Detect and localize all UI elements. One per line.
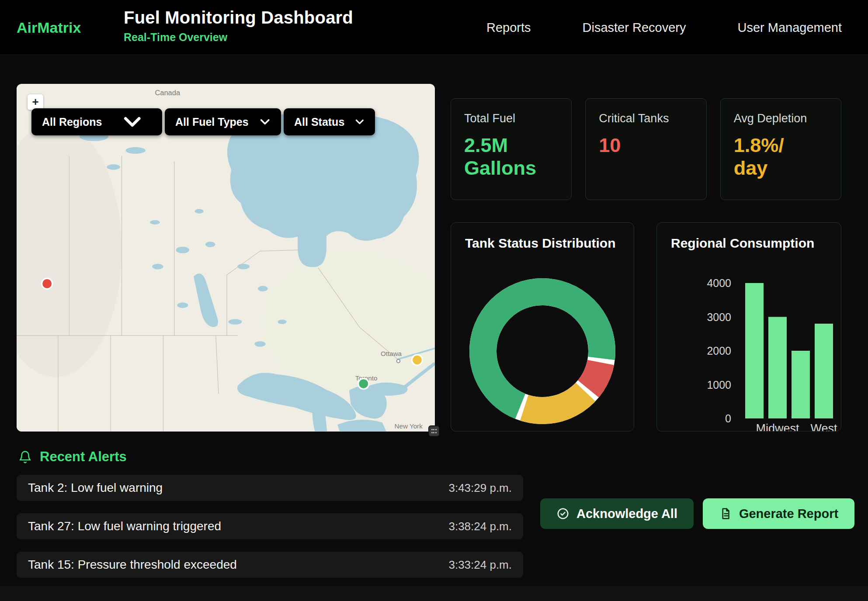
title-block: Fuel Monitoring Dashboard Real-Time Over…: [124, 8, 353, 44]
dashboard-root: AirMatrix Fuel Monitoring Dashboard Real…: [0, 0, 868, 601]
filter-fueltypes-dropdown[interactable]: All Fuel Types: [165, 108, 281, 135]
nav-disaster-recovery[interactable]: Disaster Recovery: [583, 21, 686, 35]
stat-card-avg-depletion: Avg Depletion 1.8%/day: [720, 98, 841, 200]
bar: [792, 351, 810, 418]
stat-value-critical-tanks: 10: [599, 134, 693, 157]
alerts-header: Recent Alerts: [18, 449, 127, 465]
bar: [768, 317, 787, 419]
bar: [815, 324, 833, 418]
stat-card-total-fuel: Total Fuel 2.5M Gallons: [451, 98, 572, 200]
bell-icon: [18, 450, 32, 464]
y-tick-label: 3000: [707, 311, 731, 323]
alert-timestamp: 3:43:29 p.m.: [448, 481, 512, 495]
stats-row: Total Fuel 2.5M Gallons Critical Tanks 1…: [451, 98, 841, 200]
donut-segments: [483, 292, 602, 411]
alert-row[interactable]: Tank 2: Low fuel warning 3:43:29 p.m.: [17, 475, 523, 501]
page-subtitle: Real-Time Overview: [124, 31, 353, 44]
bar-chart-title: Regional Consumption: [671, 236, 827, 251]
chevron-down-icon: [111, 108, 153, 135]
chevron-down-icon: [353, 108, 366, 135]
map-canvas[interactable]: Canada Ottawa Toronto New York + All Reg…: [17, 84, 435, 432]
y-tick-label: 4000: [707, 277, 731, 289]
map-panel: Canada Ottawa Toronto New York + All Reg…: [17, 84, 435, 432]
map-filter-bar: All Regions All Fuel Types All Status: [31, 108, 375, 135]
check-circle-icon: [556, 507, 569, 520]
alerts-heading: Recent Alerts: [40, 449, 127, 465]
nav-reports[interactable]: Reports: [486, 21, 531, 35]
cutoff-panel: [0, 586, 868, 601]
stat-label: Critical Tanks: [599, 112, 693, 125]
filter-fueltypes-value: All Fuel Types: [175, 116, 249, 128]
tank-marker-normal[interactable]: [358, 379, 369, 389]
map-zoom-control: +: [28, 94, 43, 110]
filter-status-dropdown[interactable]: All Status: [284, 108, 375, 135]
alert-row[interactable]: Tank 15: Pressure threshold exceeded 3:3…: [17, 552, 523, 578]
stat-label: Avg Depletion: [734, 112, 828, 125]
resize-handle[interactable]: [428, 425, 440, 437]
acknowledge-all-button[interactable]: Acknowledge All: [540, 498, 694, 529]
ottawa-town-icon: [397, 359, 400, 363]
page-title: Fuel Monitoring Dashboard: [124, 8, 353, 28]
filter-regions-dropdown[interactable]: All Regions: [31, 108, 162, 135]
filter-status-value: All Status: [294, 116, 344, 128]
zoom-in-button[interactable]: +: [28, 94, 43, 110]
report-document-icon: [719, 507, 732, 520]
brand-logo[interactable]: AirMatrix: [17, 0, 81, 55]
nav-user-management[interactable]: User Management: [737, 21, 842, 35]
header: AirMatrix Fuel Monitoring Dashboard Real…: [0, 0, 868, 55]
acknowledge-all-label: Acknowledge All: [576, 507, 677, 521]
generate-report-label: Generate Report: [739, 507, 838, 521]
alert-message: Tank 15: Pressure threshold exceeded: [28, 558, 237, 572]
x-tick-label: West: [810, 422, 837, 432]
label-canada: Canada: [155, 89, 180, 97]
regional-consumption-card: Regional Consumption 01000200030004000Mi…: [656, 222, 841, 432]
chevron-down-icon: [257, 108, 272, 135]
stat-label: Total Fuel: [464, 112, 558, 125]
alert-timestamp: 3:33:24 p.m.: [448, 558, 512, 572]
map-svg: Canada Ottawa Toronto New York: [17, 84, 435, 432]
label-newyork: New York: [395, 422, 423, 430]
alert-row[interactable]: Tank 27: Low fuel warning triggered 3:38…: [17, 513, 523, 539]
y-tick-label: 0: [725, 412, 731, 425]
stat-value-avg-depletion: 1.8%/day: [734, 134, 789, 180]
alert-message: Tank 27: Low fuel warning triggered: [28, 519, 221, 533]
y-tick-label: 2000: [707, 345, 731, 357]
alert-message: Tank 2: Low fuel warning: [28, 481, 163, 495]
y-tick-label: 1000: [707, 379, 731, 391]
tank-status-card: Tank Status Distribution: [451, 222, 634, 432]
tank-marker-warning[interactable]: [412, 355, 422, 365]
label-ottawa: Ottawa: [381, 350, 402, 357]
generate-report-button[interactable]: Generate Report: [703, 498, 854, 529]
stat-value-total-fuel: 2.5M Gallons: [464, 134, 558, 180]
bar-chart-svg: 01000200030004000MidwestWest: [671, 262, 841, 432]
filter-regions-value: All Regions: [42, 116, 102, 128]
x-tick-label: Midwest: [756, 422, 799, 432]
stat-card-critical-tanks: Critical Tanks 10: [585, 98, 706, 200]
donut-chart-title: Tank Status Distribution: [465, 236, 620, 251]
bar: [745, 283, 764, 418]
alert-timestamp: 3:38:24 p.m.: [448, 520, 512, 533]
main-nav: Reports Disaster Recovery User Managemen…: [486, 0, 842, 55]
donut-chart: [468, 277, 617, 425]
tank-marker-critical[interactable]: [42, 278, 52, 289]
